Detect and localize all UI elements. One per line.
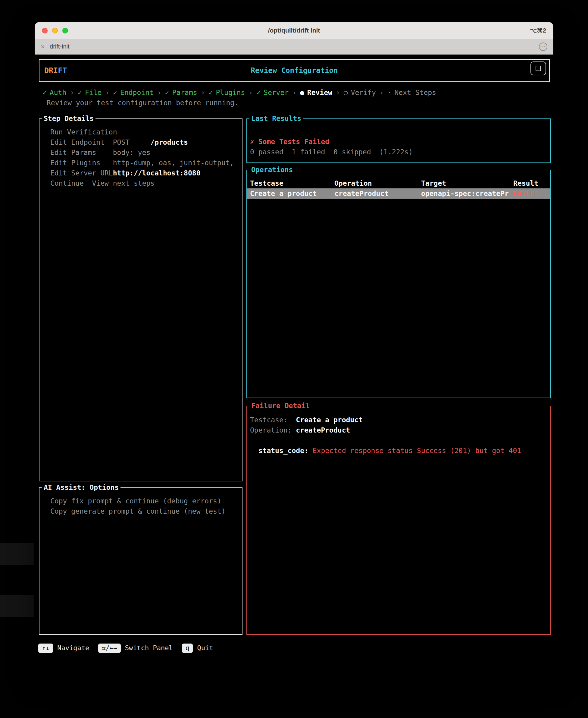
panel-title-step-details: Step Details [42, 113, 96, 124]
column-header-testcase: Testcase [247, 178, 334, 188]
menu-item-edit-plugins[interactable]: Edit Pluginshttp-dump, oas, junit-output… [50, 158, 239, 168]
panel-title-last-results: Last Results [249, 113, 303, 124]
step-label: Plugins [216, 87, 245, 98]
check-icon: ✓ [78, 87, 82, 98]
failure-detail-body: Testcase:Create a product Operation:crea… [247, 406, 550, 456]
failure-error-key: status_code: [258, 447, 309, 454]
column-header-result: Result [513, 178, 550, 188]
cell-operation: createProduct [334, 188, 421, 199]
breadcrumb-separator: › [70, 87, 74, 98]
menu-item-label: Edit Params [50, 147, 113, 158]
last-results-body: ✗ Some Tests Failed 0 passed 1 failed 0 … [247, 119, 550, 157]
step-label: File [85, 87, 102, 98]
breadcrumb-separator: › [380, 87, 384, 98]
page-title: Review Configuration [40, 65, 549, 76]
wizard-step-next-steps: ·Next Steps [387, 87, 436, 98]
close-window-button[interactable] [42, 28, 48, 34]
menu-item-run-verification[interactable]: Run Verification [50, 127, 239, 137]
breadcrumb-separator: › [201, 87, 205, 98]
window-titlebar: /opt/quilt/drift init ⌥⌘2 [35, 22, 553, 39]
logo-text-secondary: FT [58, 66, 67, 75]
menu-item-continue[interactable]: ContinueView next steps [50, 178, 239, 188]
tab-close-icon[interactable]: × [41, 42, 45, 51]
menu-item-label: Run Verification [50, 127, 117, 137]
pending-circle-icon: ○ [344, 87, 348, 98]
failure-error-message: Expected response status Success (201) b… [313, 447, 521, 454]
fullscreen-icon[interactable] [530, 61, 546, 75]
ai-assist-panel: AI Assist: Options Copy fix prompt & con… [39, 487, 243, 635]
breadcrumb-separator: › [249, 87, 253, 98]
menu-item-meta: POST [113, 137, 151, 147]
test-status-line: ✗ Some Tests Failed [250, 137, 550, 147]
operations-panel: Operations Testcase Operation Target Res… [246, 170, 551, 398]
failure-operation-value: createProduct [296, 426, 350, 434]
key-label-switch-panel: Switch Panel [125, 643, 173, 653]
failure-operation-label: Operation: [250, 425, 296, 435]
column-header-target: Target [421, 178, 513, 188]
active-dot-icon: ● [300, 87, 304, 98]
breadcrumb-separator: › [292, 87, 296, 98]
tab-label[interactable]: drift-init [50, 43, 69, 50]
background-artifact [0, 543, 34, 565]
check-icon: ✓ [256, 87, 260, 98]
wizard-step-verify: ○Verify [344, 87, 376, 98]
window-title: /opt/quilt/drift init [35, 27, 553, 34]
failure-error-line: status_code: Expected response status Su… [250, 446, 550, 456]
app-header: DRIFT Review Configuration [39, 59, 550, 82]
terminal-screen[interactable]: DRIFT Review Configuration ✓Auth › ✓File… [35, 55, 553, 673]
window-controls [42, 28, 68, 34]
wizard-step-params: ✓Params [165, 87, 197, 98]
failure-testcase-value: Create a product [296, 416, 363, 424]
wizard-step-endpoint: ✓Endpoint [113, 87, 154, 98]
step-label: Params [172, 87, 197, 98]
step-label: Server [264, 87, 289, 98]
key-badge-navigate: ↑↓ [38, 643, 53, 653]
status-bar: ↑↓ Navigate ⇆/←→ Switch Panel q Quit [38, 643, 222, 653]
logo-text-primary: DRI [44, 66, 58, 75]
step-details-list: Run Verification Edit EndpointPOST/produ… [40, 119, 242, 188]
step-details-panel: Step Details Run Verification Edit Endpo… [39, 119, 243, 481]
step-label: Verify [351, 87, 376, 98]
menu-item-label: Continue [50, 178, 92, 188]
wizard-step-plugins: ✓Plugins [209, 87, 245, 98]
menu-item-value: /products [150, 138, 188, 146]
zoom-window-button[interactable] [62, 28, 68, 34]
step-label: Next Steps [394, 87, 436, 98]
ai-option-copy-fix-prompt[interactable]: Copy fix prompt & continue (debug errors… [50, 496, 242, 506]
menu-item-label: Edit Plugins [50, 158, 113, 168]
key-badge-switch-panel: ⇆/←→ [98, 643, 121, 653]
check-icon: ✓ [209, 87, 213, 98]
wizard-breadcrumb: ✓Auth › ✓File › ✓Endpoint › ✓Params › ✓P… [42, 87, 436, 98]
last-results-panel: Last Results ✗ Some Tests Failed 0 passe… [246, 119, 551, 163]
table-row-selected[interactable]: Create a product createProduct openapi-s… [247, 188, 550, 199]
breadcrumb-separator: › [336, 87, 340, 98]
failure-detail-panel: Failure Detail Testcase:Create a product… [246, 406, 551, 635]
cell-result-failed: FAILED [513, 188, 550, 199]
menu-item-edit-endpoint[interactable]: Edit EndpointPOST/products [50, 137, 239, 147]
pending-dot-icon: · [387, 87, 392, 98]
failure-operation-line: Operation:createProduct [250, 425, 550, 435]
menu-item-edit-params[interactable]: Edit Paramsbody: yes [50, 147, 239, 158]
terminal-window: /opt/quilt/drift init ⌥⌘2 × drift-init ·… [35, 22, 553, 673]
tab-bar: × drift-init ··· [35, 39, 553, 55]
panel-title-failure-detail: Failure Detail [249, 401, 312, 411]
wizard-step-auth: ✓Auth [42, 87, 66, 98]
app-logo: DRIFT [44, 65, 67, 76]
minimize-window-button[interactable] [52, 28, 58, 34]
menu-item-label: Edit Server URL [50, 168, 113, 178]
check-icon: ✓ [42, 87, 47, 98]
panel-title-operations: Operations [249, 165, 295, 175]
panel-title-ai-assist: AI Assist: Options [42, 482, 121, 493]
menu-item-edit-server-url[interactable]: Edit Server URLhttp://localhost:8080 [50, 168, 239, 178]
ai-option-copy-generate-prompt[interactable]: Copy generate prompt & continue (new tes… [50, 506, 242, 516]
check-icon: ✓ [113, 87, 117, 98]
failure-testcase-line: Testcase:Create a product [250, 415, 550, 425]
check-icon: ✓ [165, 87, 169, 98]
menu-item-meta: View next steps [92, 178, 154, 188]
menu-item-meta: body: yes [113, 147, 151, 158]
key-label-quit: Quit [197, 643, 213, 653]
key-badge-quit: q [182, 643, 193, 653]
cell-target: openapi-spec:createPr [421, 188, 513, 199]
table-header-row: Testcase Operation Target Result [247, 178, 550, 188]
tab-options-icon[interactable]: ··· [539, 42, 547, 51]
